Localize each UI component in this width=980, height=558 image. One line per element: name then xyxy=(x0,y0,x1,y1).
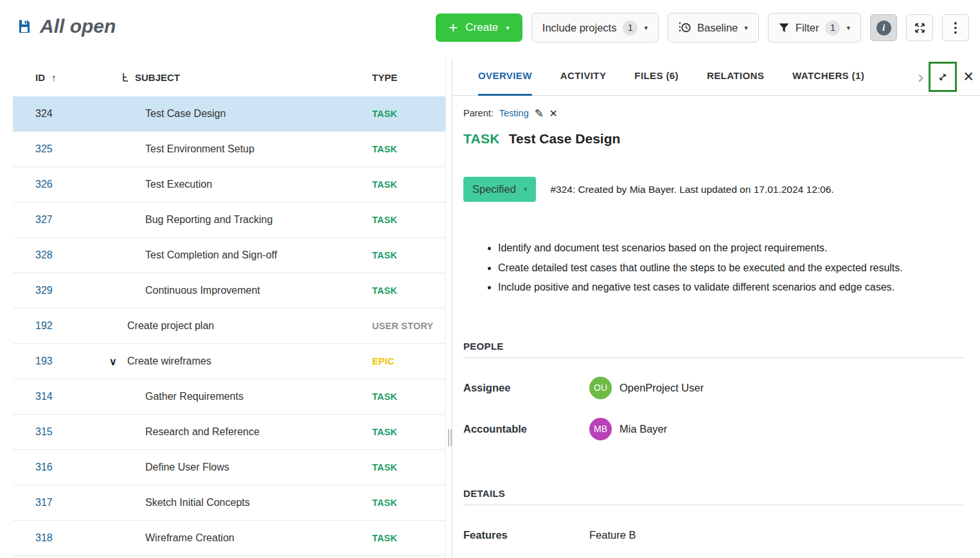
table-row[interactable]: 329Continuous ImprovementTASK xyxy=(13,273,445,309)
detail-tabbar: OVERVIEWACTIVITYFILES (6)RELATIONSWATCHE… xyxy=(452,58,980,96)
pencil-icon: ✎ xyxy=(535,107,544,120)
collapse-chevron-icon[interactable]: ∨ xyxy=(109,356,127,368)
table-row[interactable]: 317Sketch Initial ConceptsTASK xyxy=(13,485,445,521)
work-package-subject[interactable]: Test Completion and Sign-off xyxy=(145,249,277,261)
work-package-id-link[interactable]: 193 xyxy=(13,356,109,367)
table-row[interactable]: 314Gather RequirementsTASK xyxy=(13,379,445,415)
work-package-type-cell: TASK xyxy=(372,285,445,296)
table-row[interactable]: 316Define User FlowsTASK xyxy=(13,450,445,485)
panel-resize-handle[interactable] xyxy=(448,429,452,446)
work-package-subject[interactable]: Continuous Improvement xyxy=(145,285,260,296)
work-package-subject[interactable]: Sketch Initial Concepts xyxy=(145,497,250,509)
work-package-id-link[interactable]: 314 xyxy=(13,391,109,402)
features-value[interactable]: Feature B xyxy=(589,529,636,541)
work-package-id-link[interactable]: 326 xyxy=(13,179,109,190)
work-package-id-link[interactable]: 329 xyxy=(13,285,109,296)
tab-relations[interactable]: RELATIONS xyxy=(707,58,764,96)
parent-label: Parent: xyxy=(463,108,494,118)
include-projects-button[interactable]: Include projects 1 ▾ xyxy=(531,13,659,42)
work-package-id-link[interactable]: 318 xyxy=(13,532,109,544)
accountable-name: Mia Bayer xyxy=(619,423,667,435)
table-row[interactable]: 315Research and ReferenceTASK xyxy=(13,415,445,450)
table-row[interactable]: 326Test ExecutionTASK xyxy=(13,167,445,203)
expand-panel-button[interactable] xyxy=(929,62,957,92)
work-package-subject[interactable]: Define User Flows xyxy=(145,462,229,473)
work-package-id-link[interactable]: 315 xyxy=(13,426,109,438)
work-package-subject[interactable]: Bug Reporting and Tracking xyxy=(145,214,272,226)
assignee-avatar: OU xyxy=(589,377,612,399)
column-id-label: ID xyxy=(35,72,45,83)
tab-watchers-1[interactable]: WATCHERS (1) xyxy=(792,58,864,96)
work-package-id-link[interactable]: 317 xyxy=(13,497,109,509)
info-toggle-button[interactable]: i xyxy=(870,14,897,41)
table-row[interactable]: 324Test Case DesignTASK xyxy=(13,96,445,132)
include-projects-count-badge: 1 xyxy=(623,21,637,35)
work-package-type[interactable]: TASK xyxy=(463,131,500,147)
work-package-id-link[interactable]: 324 xyxy=(13,108,109,120)
work-package-type-cell: USER STORY xyxy=(372,321,445,331)
work-package-type-cell: TASK xyxy=(372,392,445,402)
work-package-id-link[interactable]: 316 xyxy=(13,462,109,473)
table-row[interactable]: 318Wireframe CreationTASK xyxy=(13,521,445,556)
work-package-detail-panel: OVERVIEWACTIVITYFILES (6)RELATIONSWATCHE… xyxy=(452,58,980,558)
table-row[interactable]: 327Bug Reporting and TrackingTASK xyxy=(13,203,445,238)
table-row[interactable]: 325Test Environment SetupTASK xyxy=(13,132,445,167)
status-button[interactable]: Specified ▾ xyxy=(463,177,536,202)
table-header: ID ↑ SUBJECT TYPE xyxy=(0,58,445,96)
work-package-type-cell: TASK xyxy=(372,462,445,473)
table-row[interactable]: 328Test Completion and Sign-offTASK xyxy=(13,238,445,273)
details-section-heading: DETAILS xyxy=(463,488,965,499)
description-list: Identify and document test scenarios bas… xyxy=(498,242,965,293)
tab-files-6[interactable]: FILES (6) xyxy=(634,58,679,96)
work-package-id-link[interactable]: 192 xyxy=(13,320,109,332)
work-package-subject[interactable]: Create wireframes xyxy=(127,356,211,367)
fullscreen-button[interactable] xyxy=(906,14,933,41)
accountable-label: Accountable xyxy=(463,423,589,435)
more-options-button[interactable]: ⋮ xyxy=(942,14,969,41)
work-package-type-cell: TASK xyxy=(372,179,445,190)
hierarchy-icon xyxy=(122,73,130,82)
table-row[interactable]: 192Create project planUSER STORY xyxy=(13,309,445,344)
work-package-subject[interactable]: Test Execution xyxy=(145,179,212,190)
filter-button[interactable]: Filter 1 ▾ xyxy=(768,13,861,42)
kebab-menu-icon: ⋮ xyxy=(949,20,963,35)
work-package-subject[interactable]: Wireframe Creation xyxy=(145,532,235,544)
include-projects-label: Include projects xyxy=(542,22,617,34)
tabs-overflow-chevron-icon[interactable]: › xyxy=(916,68,925,86)
tab-activity[interactable]: ACTIVITY xyxy=(560,58,607,96)
accountable-value[interactable]: MB Mia Bayer xyxy=(589,418,667,440)
chevron-down-icon: ▾ xyxy=(506,24,510,32)
people-section-heading: PEOPLE xyxy=(463,341,965,352)
table-row[interactable]: 193∨Create wireframesEPIC xyxy=(13,344,445,379)
status-label: Specified xyxy=(472,183,516,195)
tab-overview[interactable]: OVERVIEW xyxy=(478,58,532,96)
work-package-subject[interactable]: Test Case Design xyxy=(145,108,226,120)
column-header-subject[interactable]: SUBJECT xyxy=(122,72,372,83)
close-icon: × xyxy=(549,105,557,120)
close-panel-button[interactable]: × xyxy=(961,68,976,86)
remove-parent-button[interactable]: × xyxy=(549,105,557,121)
edit-parent-button[interactable]: ✎ xyxy=(535,107,544,120)
work-package-subject[interactable]: Create project plan xyxy=(127,320,214,332)
description-bullet: Create detailed test cases that outline … xyxy=(498,262,965,274)
work-package-subject[interactable]: Research and Reference xyxy=(145,426,260,438)
description-bullet: Include positive and negative test cases… xyxy=(498,282,965,293)
baseline-button[interactable]: Baseline ▾ xyxy=(668,13,759,42)
chevron-down-icon: ▾ xyxy=(644,24,648,32)
parent-link[interactable]: Testing xyxy=(499,108,529,118)
work-package-id-link[interactable]: 325 xyxy=(13,143,109,155)
work-package-title[interactable]: Test Case Design xyxy=(509,131,621,147)
table-body: 324Test Case DesignTASK325Test Environme… xyxy=(0,96,445,556)
plus-icon: + xyxy=(449,20,458,35)
assignee-value[interactable]: OU OpenProject User xyxy=(589,377,704,399)
save-view-icon[interactable] xyxy=(17,19,32,34)
work-package-id-link[interactable]: 328 xyxy=(13,249,109,261)
work-package-subject[interactable]: Gather Requirements xyxy=(145,391,244,402)
page-title: All open xyxy=(40,15,116,37)
work-package-subject[interactable]: Test Environment Setup xyxy=(145,143,254,155)
column-subject-label: SUBJECT xyxy=(135,72,180,83)
work-package-id-link[interactable]: 327 xyxy=(13,214,109,226)
column-header-id[interactable]: ID ↑ xyxy=(13,72,122,83)
create-button[interactable]: + Create ▾ xyxy=(436,14,522,42)
column-header-type[interactable]: TYPE xyxy=(372,72,445,83)
